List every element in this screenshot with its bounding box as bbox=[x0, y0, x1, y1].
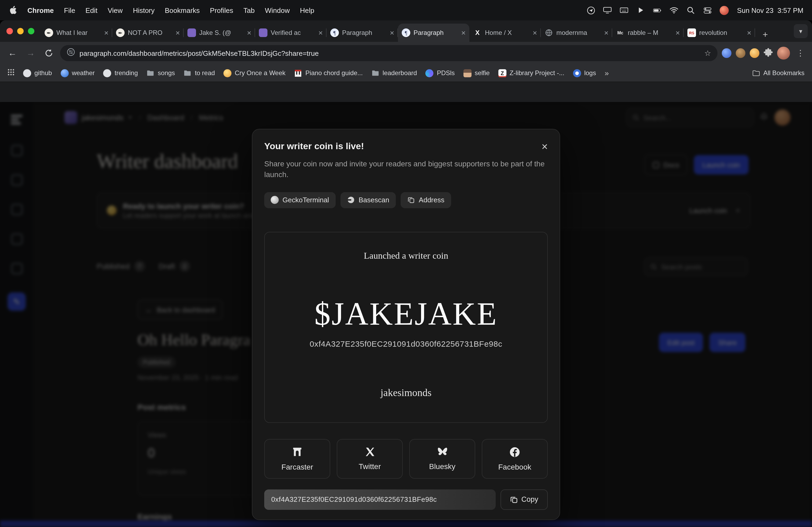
browser-profile-avatar[interactable] bbox=[777, 47, 790, 60]
user-avatar[interactable] bbox=[720, 6, 729, 15]
menu-window[interactable]: Window bbox=[265, 6, 290, 14]
tab-close-icon[interactable]: × bbox=[390, 29, 394, 36]
bookmark-leaderboard[interactable]: leaderboard bbox=[371, 69, 417, 77]
url-text[interactable]: paragraph.com/dashboard/metrics/post/GkM… bbox=[79, 49, 319, 57]
battery-icon bbox=[653, 6, 662, 15]
minimize-window-button[interactable] bbox=[17, 28, 24, 34]
bookmark-songs[interactable]: songs bbox=[147, 69, 175, 77]
basescan-link[interactable]: Basescan bbox=[340, 192, 395, 208]
mc-favicon: Mc bbox=[616, 28, 625, 37]
bookmark-logs[interactable]: logs bbox=[573, 69, 596, 77]
telegram-icon[interactable] bbox=[587, 6, 595, 15]
tab-jake-s[interactable]: Jake S. (@ × bbox=[184, 24, 255, 42]
bookmark-weather[interactable]: weather bbox=[60, 69, 95, 77]
apple-icon[interactable] bbox=[9, 6, 17, 15]
bookmark-piano-chord-guide[interactable]: Piano chord guide... bbox=[294, 69, 363, 77]
menu-tab[interactable]: Tab bbox=[244, 6, 255, 14]
address-bar[interactable]: paragraph.com/dashboard/metrics/post/GkM… bbox=[60, 45, 717, 61]
menu-help[interactable]: Help bbox=[300, 6, 315, 14]
control-center-icon[interactable] bbox=[703, 6, 712, 15]
menu-app-name[interactable]: Chrome bbox=[27, 6, 54, 14]
menu-profiles[interactable]: Profiles bbox=[210, 6, 233, 14]
share-twitter-button[interactable]: Twitter bbox=[337, 439, 403, 479]
bookmark-zlibrary[interactable]: ZZ-library Project -... bbox=[498, 69, 564, 77]
play-icon[interactable] bbox=[637, 6, 645, 15]
browser-menu-icon[interactable]: ⋮ bbox=[794, 48, 807, 58]
geckoterminal-link[interactable]: GeckoTerminal bbox=[264, 192, 335, 208]
page-content: ✎ jakesimonds ▼ / Dashboard / Metrics Se… bbox=[0, 102, 812, 527]
close-icon[interactable]: × bbox=[541, 141, 548, 152]
tab-close-icon[interactable]: × bbox=[747, 29, 751, 36]
basescan-icon bbox=[347, 196, 355, 204]
forward-icon[interactable]: → bbox=[24, 46, 38, 60]
menu-history[interactable]: History bbox=[133, 6, 155, 14]
bookmark-pdsls[interactable]: PDSls bbox=[425, 69, 455, 77]
tab-paragraph-1[interactable]: ¶ Paragraph × bbox=[327, 24, 398, 42]
spotlight-search-icon[interactable] bbox=[686, 6, 695, 15]
menubar-clock[interactable]: Sun Nov 23 3:57 PM bbox=[737, 6, 803, 14]
bookmark-github[interactable]: github bbox=[23, 69, 52, 77]
folder-icon bbox=[371, 69, 379, 77]
rs-favicon: RS bbox=[687, 28, 696, 37]
macos-menubar: Chrome File Edit View History Bookmarks … bbox=[0, 0, 812, 20]
tab-close-icon[interactable]: × bbox=[247, 29, 251, 36]
extensions-puzzle-icon[interactable] bbox=[764, 47, 773, 59]
reload-icon[interactable] bbox=[42, 46, 56, 60]
tab-verified[interactable]: Verified ac × bbox=[255, 24, 327, 42]
share-farcaster-button[interactable]: Farcaster bbox=[264, 439, 330, 479]
new-tab-button[interactable]: + bbox=[758, 28, 772, 42]
tab-close-icon[interactable]: × bbox=[533, 29, 537, 36]
display-icon[interactable] bbox=[603, 6, 612, 15]
tab-close-icon[interactable]: × bbox=[318, 29, 323, 36]
close-window-button[interactable] bbox=[6, 28, 13, 34]
menu-file[interactable]: File bbox=[64, 6, 75, 14]
all-bookmarks-button[interactable]: All Bookmarks bbox=[752, 69, 804, 77]
address-copy-pill[interactable]: Address bbox=[401, 192, 451, 208]
share-facebook-button[interactable]: Facebook bbox=[482, 439, 548, 479]
tab-close-icon[interactable]: × bbox=[604, 29, 608, 36]
bookmark-to-read[interactable]: to read bbox=[184, 69, 215, 77]
tab-close-icon[interactable]: × bbox=[461, 29, 466, 36]
tab-what-i-learned[interactable]: ✒ What I lear × bbox=[41, 24, 112, 42]
tab-home-x[interactable]: X Home / X × bbox=[469, 24, 541, 42]
folder-icon bbox=[752, 69, 760, 77]
dialog-title: Your writer coin is live! bbox=[264, 141, 364, 152]
tab-revolution[interactable]: RS revolution × bbox=[684, 24, 755, 42]
wifi-icon[interactable] bbox=[670, 6, 679, 15]
tab-modernma[interactable]: modernma × bbox=[541, 24, 612, 42]
site-settings-icon[interactable] bbox=[67, 48, 75, 59]
tab-close-icon[interactable]: × bbox=[104, 29, 108, 36]
back-icon[interactable]: ← bbox=[5, 46, 19, 60]
tab-rabble[interactable]: Mc rabble – M × bbox=[612, 24, 684, 42]
bookmark-star-icon[interactable]: ☆ bbox=[704, 49, 711, 57]
menu-view[interactable]: View bbox=[108, 6, 123, 14]
extension-icon[interactable] bbox=[736, 48, 745, 58]
keyboard-icon[interactable] bbox=[620, 6, 628, 15]
contract-address-input[interactable]: 0xf4A327E235f0EC291091d0360f62256731BFe9… bbox=[264, 489, 496, 510]
apps-grid-icon[interactable] bbox=[8, 69, 14, 77]
extension-icon[interactable] bbox=[722, 48, 731, 58]
bookmark-cry-once-a-week[interactable]: Cry Once a Week bbox=[223, 69, 286, 77]
cat-emoji-icon bbox=[223, 69, 231, 77]
tab-close-icon[interactable]: × bbox=[676, 29, 680, 36]
photo-icon bbox=[463, 69, 472, 77]
share-bluesky-button[interactable]: Bluesky bbox=[409, 439, 475, 479]
copy-address-button[interactable]: Copy bbox=[501, 489, 548, 510]
screen: Chrome File Edit View History Bookmarks … bbox=[0, 0, 812, 527]
tab-close-icon[interactable]: × bbox=[176, 29, 180, 36]
writer-coin-live-dialog: Your writer coin is live! × Share your c… bbox=[252, 129, 560, 520]
copy-icon bbox=[407, 196, 415, 204]
zoom-window-button[interactable] bbox=[28, 28, 34, 34]
bookmark-selfie[interactable]: selfie bbox=[463, 69, 490, 77]
tab-search-chevron-icon[interactable]: ▼ bbox=[794, 24, 808, 38]
quill-icon: ✒ bbox=[45, 28, 53, 37]
tab-paragraph-active[interactable]: ¶ Paragraph × bbox=[398, 24, 469, 42]
bookmarks-bar: github weather trending songs to read Cr… bbox=[0, 64, 812, 82]
menu-edit[interactable]: Edit bbox=[85, 6, 98, 14]
coin-preview-card: Launched a writer coin $JAKEJAKE 0xf4A32… bbox=[264, 231, 548, 423]
bookmarks-overflow-chevron[interactable]: » bbox=[605, 69, 609, 77]
bookmark-trending[interactable]: trending bbox=[103, 69, 138, 77]
tab-not-a-pro[interactable]: ✒ NOT A PRO × bbox=[112, 24, 184, 42]
extension-icon[interactable] bbox=[750, 48, 759, 58]
menu-bookmarks[interactable]: Bookmarks bbox=[165, 6, 200, 14]
